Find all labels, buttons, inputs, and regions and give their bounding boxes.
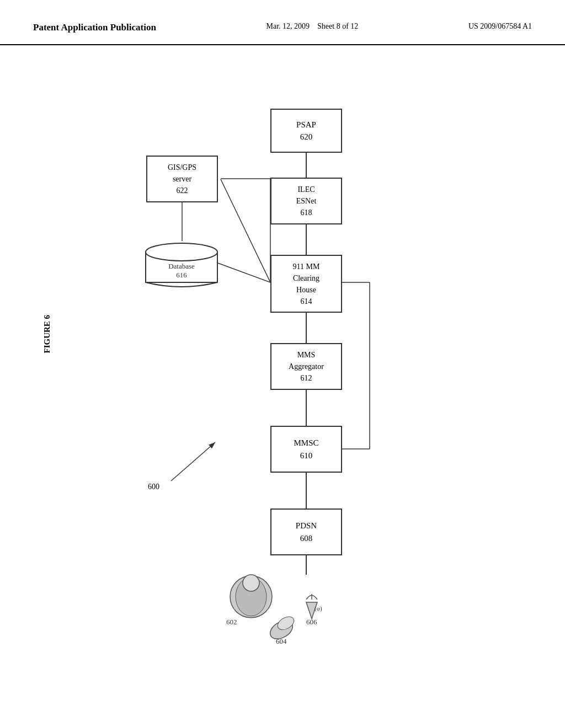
svg-text:606: 606 [306, 618, 317, 626]
clearinghouse-box: 911 MMClearingHouse614 [270, 255, 342, 313]
svg-point-17 [146, 243, 217, 261]
diagram-area: PSAP620 ILECESNet618 911 MMClearingHouse… [0, 45, 565, 718]
header-right: US 2009/067584 A1 [468, 22, 532, 31]
bottom-figures: 602 604 (φ) 606 [221, 569, 342, 709]
database-svg: Database 616 [145, 241, 218, 288]
pdsn-label: PDSN608 [296, 520, 317, 544]
mmsc-label: MMSC610 [294, 437, 318, 462]
gis-gps-box: GIS/GPSserver622 [146, 156, 218, 202]
figure-label: FIGURE 6 [42, 315, 52, 354]
svg-text:Database: Database [168, 262, 195, 270]
svg-text:602: 602 [226, 618, 237, 626]
svg-point-22 [243, 575, 259, 591]
svg-text:(φ): (φ) [315, 605, 322, 612]
database-box: Database 616 [145, 241, 218, 288]
ilec-label: ILECESNet618 [296, 184, 317, 218]
page-header: Patent Application Publication Mar. 12, … [0, 0, 565, 45]
ilec-box: ILECESNet618 [270, 178, 342, 224]
psap-box: PSAP620 [270, 109, 342, 153]
clearinghouse-label: 911 MMClearingHouse614 [293, 261, 320, 307]
pdsn-box: PDSN608 [270, 508, 342, 555]
bottom-figures-svg: 602 604 (φ) 606 [221, 569, 342, 707]
svg-line-9 [218, 263, 270, 282]
mms-aggregator-box: MMSAggregator612 [270, 343, 342, 390]
header-left: Patent Application Publication [33, 22, 156, 33]
svg-text:604: 604 [276, 637, 287, 645]
svg-line-14 [171, 442, 215, 481]
svg-line-6 [221, 179, 270, 282]
svg-text:616: 616 [176, 271, 187, 279]
mms-aggregator-label: MMSAggregator612 [289, 349, 324, 384]
gis-gps-label: GIS/GPSserver622 [168, 162, 196, 196]
mmsc-box: MMSC610 [270, 426, 342, 473]
header-center: Mar. 12, 2009 Sheet 8 of 12 [266, 22, 358, 31]
label-600: 600 [148, 483, 159, 491]
psap-label: PSAP620 [296, 119, 316, 143]
